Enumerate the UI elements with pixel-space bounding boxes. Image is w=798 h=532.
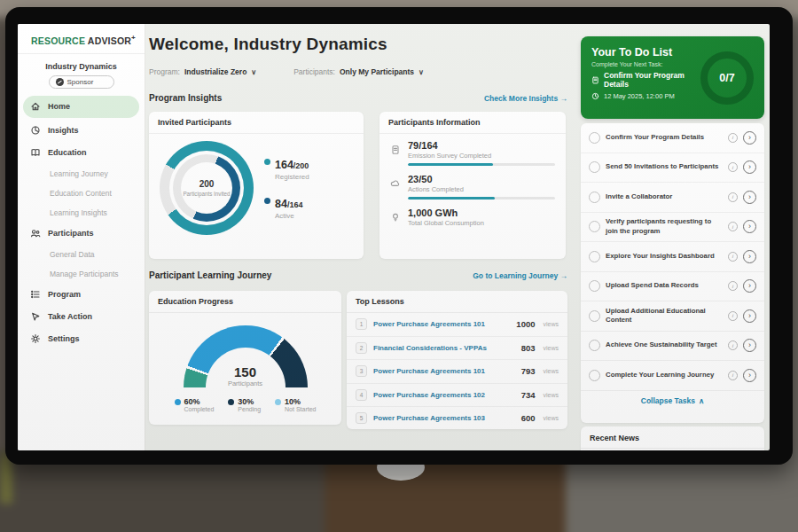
sidebar-item-insights[interactable]: Insights [18,120,145,142]
task-checkbox[interactable] [589,370,600,381]
task-row[interactable]: Upload Spend Data Records i › [581,272,764,302]
learning-journey-title: Participant Learning Journey [149,270,271,280]
info-icon[interactable]: i [728,133,738,143]
legend-total: /164 [287,200,303,209]
invited-center-value: 200 [200,179,215,189]
sidebar-item-participants[interactable]: Participants [18,223,145,245]
go-to-learning-journey-link[interactable]: Go to Learning Journey → [473,271,567,280]
chevron-right-button[interactable]: › [743,160,756,174]
chevron-right-button[interactable]: › [743,279,756,293]
sidebar: RESOURCE ADVISOR+ Industry Dynamics Spon… [18,24,145,450]
task-row[interactable]: Explore Your Insights Dashboard i › [581,242,764,272]
lesson-row: 5 Power Purchase Agreements 103 600views [347,407,567,430]
sponsor-badge: Sponsor [49,75,114,89]
task-row[interactable]: Invite a Collaborator i › [581,183,764,213]
program-insights-title: Program Insights [149,93,222,103]
sidebar-item-program[interactable]: Program [18,284,145,306]
sidebar-nav: Home Insights Education Learning Journey… [18,96,145,350]
task-checkbox[interactable] [589,161,600,173]
info-icon[interactable]: i [728,192,738,202]
info-icon[interactable]: i [728,162,738,172]
chevron-right-button[interactable]: › [743,220,756,233]
legend-label: Pending [238,406,261,412]
legend-dot [228,399,234,405]
stat-bar-fill-0 [408,163,493,166]
lesson-rank: 5 [356,412,367,424]
task-label: Complete Your Learning Journey [606,367,723,384]
info-icon[interactable]: i [728,281,738,291]
legend-item-active: 84/164 Active [264,195,309,220]
info-icon[interactable]: i [728,311,738,321]
task-label: Invite a Collaborator [606,189,723,206]
program-filter-label: Program: [149,67,180,76]
lesson-row: 3 Power Purchase Agreements 101 793views [347,360,567,384]
chevron-right-button[interactable]: › [743,339,756,352]
chevron-right-button[interactable]: › [743,309,756,323]
lesson-views: 734 [521,390,536,400]
chevron-right-button[interactable]: › [743,131,756,145]
pie-chart-icon [30,125,41,136]
sidebar-item-manage-participants[interactable]: Manage Participants [18,264,145,284]
lesson-link[interactable]: Power Purchase Agreements 102 [373,391,515,399]
info-icon[interactable]: i [728,222,738,231]
sidebar-item-education-content[interactable]: Education Content [18,184,145,203]
task-checkbox[interactable] [589,340,600,351]
task-label: Upload Spend Data Records [606,278,723,294]
learning-journey-header: Participant Learning Journey Go to Learn… [149,270,567,280]
task-checkbox[interactable] [589,280,600,292]
page-title: Welcome, Industry Dynamics [149,35,387,54]
task-checkbox[interactable] [589,132,600,144]
lesson-link[interactable]: Financial Considerations - VPPAs [373,344,515,352]
sidebar-item-take-action[interactable]: Take Action [18,306,145,328]
program-filter[interactable]: Program: Industrialize Zero ∨ [149,67,256,76]
chevron-right-button[interactable]: › [743,191,756,204]
sidebar-item-label: Insights [48,126,79,135]
recent-news-title: Recent News [581,426,764,449]
stat-actions-completed: 23/50 Actions Completed [390,174,555,200]
sidebar-item-settings[interactable]: Settings [18,328,145,350]
task-row[interactable]: Verify participants requesting to join t… [581,213,764,243]
lesson-link[interactable]: Power Purchase Agreements 101 [373,367,515,375]
lesson-row: 1 Power Purchase Agreements 101 1000view… [347,313,567,337]
todo-progress-count: 0/7 [719,72,734,84]
task-row[interactable]: Send 50 Invitations to Participants i › [581,153,764,184]
task-checkbox[interactable] [589,310,600,322]
participants-filter[interactable]: Participants: Only My Participants ∨ [293,67,424,76]
info-icon[interactable]: i [728,340,738,350]
info-icon[interactable]: i [728,371,738,380]
chevron-down-icon: ∨ [251,68,256,76]
task-row[interactable]: Complete Your Learning Journey i › [581,361,764,391]
sidebar-item-home[interactable]: Home [23,96,139,118]
task-label: Upload Additional Educational Content [606,303,723,329]
task-checkbox[interactable] [589,221,600,232]
sidebar-item-label: Home [48,102,70,111]
education-progress-card: Education Progress 150 Participants 60% … [149,291,341,425]
legend-item-not-started: 10% Not Started [275,397,316,412]
lesson-link[interactable]: Power Purchase Agreements 103 [373,414,515,422]
sidebar-item-learning-insights[interactable]: Learning Insights [18,203,145,223]
info-icon[interactable]: i [728,252,738,262]
check-more-insights-link[interactable]: Check More Insights → [484,94,567,103]
chevron-right-button[interactable]: › [743,250,756,263]
sidebar-item-learning-journey[interactable]: Learning Journey [18,164,145,184]
task-row[interactable]: Confirm Your Program Details i › [581,123,764,153]
sidebar-item-general-data[interactable]: General Data [18,245,145,264]
task-checkbox[interactable] [589,192,600,203]
views-suffix: views [543,368,559,374]
chevron-right-button[interactable]: › [743,369,756,382]
task-checkbox[interactable] [589,251,600,262]
sponsor-badge-label: Sponsor [67,78,94,86]
invited-participants-body: 200 Participants Invited 164/200 Registe… [149,134,364,242]
task-row[interactable]: Achieve One Sustainability Target i › [581,332,764,362]
collapse-tasks-link[interactable]: Collapse Tasks ∧ [581,391,764,411]
clock-icon [591,92,599,100]
stat-value: 1,000 GWh [408,207,555,218]
lesson-views: 600 [521,413,536,423]
legend-item-registered: 164/200 Registered [264,156,309,181]
task-row[interactable]: Upload Additional Educational Content i … [581,301,764,332]
todo-tasks-card: Confirm Your Program Details i › Send 50… [581,123,764,423]
lesson-views: 803 [521,343,536,353]
sidebar-item-education[interactable]: Education [18,142,145,164]
lesson-link[interactable]: Power Purchase Agreements 101 [373,320,510,328]
arrow-right-icon: → [560,94,568,103]
